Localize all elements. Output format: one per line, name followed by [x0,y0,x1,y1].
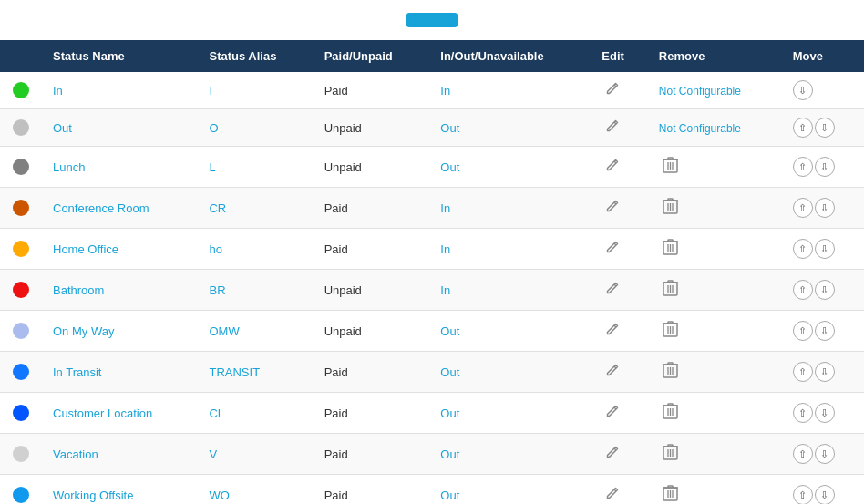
remove-cell [648,352,782,393]
remove-cell [648,311,782,352]
col-paid-unpaid: Paid/Unpaid [314,40,430,72]
status-alias-link[interactable]: CL [209,406,224,420]
status-name-link[interactable]: In Transit [53,365,101,379]
status-alias-link[interactable]: L [209,160,215,174]
table-row: Home OfficehoPaidIn ⇧⇩ [0,229,864,270]
remove-button[interactable] [659,482,682,504]
move-buttons: ⇧⇩ [793,403,853,423]
move-buttons: ⇩ [793,80,853,100]
status-dot [13,119,29,136]
in-out-link[interactable]: Out [440,324,459,338]
move-up-button[interactable]: ⇧ [793,280,813,300]
move-up-button[interactable]: ⇧ [793,403,813,423]
status-alias-link[interactable]: I [209,84,212,98]
move-down-button[interactable]: ⇩ [815,321,835,341]
edit-button[interactable] [602,279,623,301]
edit-cell [591,434,648,475]
move-down-button[interactable]: ⇩ [793,80,813,100]
in-out-link[interactable]: Out [440,406,459,420]
status-alias-link[interactable]: CR [209,201,226,215]
in-out-link[interactable]: In [440,242,450,256]
edit-button[interactable] [602,484,623,504]
edit-button[interactable] [602,197,623,219]
in-out-link[interactable]: In [440,201,450,215]
edit-button[interactable] [602,238,623,260]
remove-cell [648,393,782,434]
move-buttons: ⇧⇩ [793,157,853,177]
status-table: Status Name Status Alias Paid/Unpaid In/… [0,40,864,504]
in-out-link[interactable]: Out [440,447,459,461]
status-name-link[interactable]: Out [53,121,72,135]
edit-button[interactable] [602,320,623,342]
edit-button[interactable] [602,361,623,383]
status-alias-cell: V [198,434,313,475]
status-alias-link[interactable]: WO [209,489,229,502]
paid-unpaid-cell: Paid [314,229,430,270]
move-down-button[interactable]: ⇩ [815,198,835,218]
move-up-button[interactable]: ⇧ [793,321,813,341]
move-down-button[interactable]: ⇩ [815,485,835,504]
in-out-link[interactable]: In [440,84,450,98]
move-up-button[interactable]: ⇧ [793,118,813,138]
status-alias-link[interactable]: V [209,447,217,461]
status-alias-link[interactable]: OMW [209,324,239,338]
move-up-button[interactable]: ⇧ [793,198,813,218]
move-down-button[interactable]: ⇩ [815,403,835,423]
status-alias-link[interactable]: BR [209,283,225,297]
remove-button[interactable] [659,318,682,344]
move-up-button[interactable]: ⇧ [793,444,813,464]
move-up-button[interactable]: ⇧ [793,239,813,259]
remove-button[interactable] [659,154,682,180]
in-out-link[interactable]: Out [440,489,459,502]
status-dot [13,200,29,216]
col-dot [0,40,42,72]
status-name-link[interactable]: On My Way [53,324,114,338]
status-name-link[interactable]: Bathroom [53,283,104,297]
table-row: LunchLUnpaidOut ⇧⇩ [0,147,864,188]
move-up-button[interactable]: ⇧ [793,157,813,177]
status-alias-link[interactable]: O [209,121,218,135]
remove-button[interactable] [659,441,682,467]
status-name-link[interactable]: Lunch [53,160,85,174]
in-out-link[interactable]: Out [440,121,459,135]
edit-button[interactable] [602,79,623,101]
status-name-link[interactable]: Customer Location [53,406,152,420]
status-alias-link[interactable]: TRANSIT [209,365,260,379]
move-up-button[interactable]: ⇧ [793,485,813,504]
status-name-cell: Conference Room [42,188,198,229]
move-buttons: ⇧⇩ [793,239,853,259]
paid-unpaid-cell: Unpaid [314,109,430,147]
status-name-link[interactable]: Home Office [53,242,118,256]
status-name-link[interactable]: Conference Room [53,201,149,215]
edit-button[interactable] [602,402,623,424]
status-name-link[interactable]: Vacation [53,447,98,461]
remove-button[interactable] [659,236,682,262]
remove-button[interactable] [659,195,682,221]
remove-button[interactable] [659,400,682,426]
in-out-link[interactable]: Out [440,365,459,379]
status-name-link[interactable]: In [53,84,63,98]
move-down-button[interactable]: ⇩ [815,444,835,464]
status-dot [13,241,29,257]
edit-button[interactable] [602,443,623,465]
status-alias-link[interactable]: ho [209,242,221,256]
move-down-button[interactable]: ⇩ [815,362,835,382]
edit-button[interactable] [602,156,623,178]
edit-button[interactable] [602,117,623,139]
status-name-link[interactable]: Working Offsite [53,489,133,502]
table-row: Customer LocationCLPaidOut ⇧⇩ [0,393,864,434]
move-down-button[interactable]: ⇩ [815,239,835,259]
move-down-button[interactable]: ⇩ [815,118,835,138]
remove-button[interactable] [659,277,682,303]
move-down-button[interactable]: ⇩ [815,280,835,300]
table-row: On My WayOMWUnpaidOut ⇧⇩ [0,311,864,352]
in-out-link[interactable]: Out [440,160,459,174]
remove-button[interactable] [659,359,682,385]
move-down-button[interactable]: ⇩ [815,157,835,177]
in-out-cell: Out [429,475,591,505]
add-status-button[interactable] [406,13,458,27]
in-out-link[interactable]: In [440,283,450,297]
status-dot-cell [0,109,42,147]
move-up-button[interactable]: ⇧ [793,362,813,382]
paid-unpaid-cell: Unpaid [314,147,430,188]
